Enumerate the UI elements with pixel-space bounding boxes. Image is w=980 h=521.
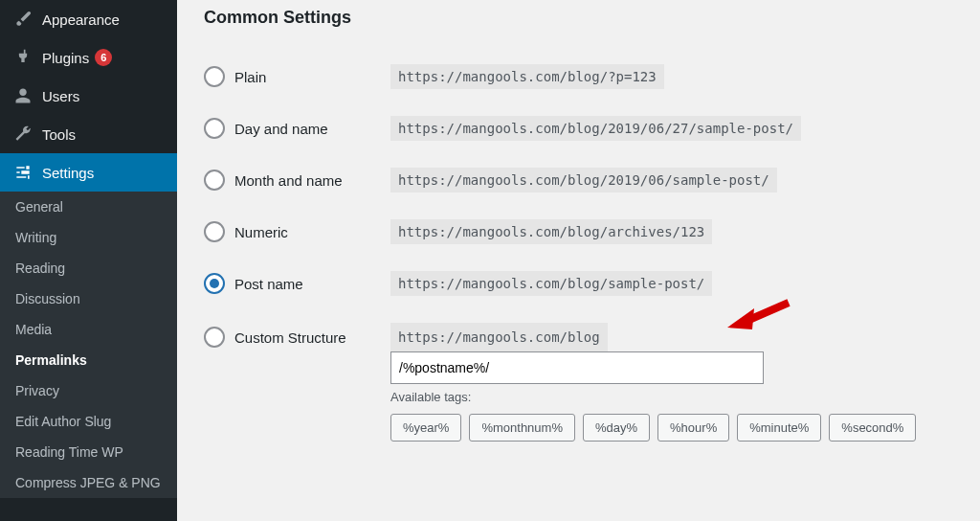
menu-label: Settings: [42, 165, 94, 181]
menu-label: Users: [42, 88, 79, 104]
user-icon: [13, 86, 33, 105]
radio-month-name[interactable]: [204, 170, 225, 191]
radio-label: Day and name: [234, 121, 328, 137]
available-tags-row: %year%%monthnum%%day%%hour%%minute%%seco…: [390, 414, 953, 442]
menu-item-users[interactable]: Users: [0, 77, 177, 115]
permalink-options-table: Plainhttps://mangools.com/blog/?p=123Day…: [204, 51, 953, 455]
permalink-option-month-name[interactable]: Month and name: [204, 170, 390, 191]
annotation-arrow: [727, 297, 791, 329]
tag-button[interactable]: %day%: [583, 414, 650, 442]
submenu-item-privacy[interactable]: Privacy: [0, 375, 177, 406]
radio-custom[interactable]: [204, 327, 225, 348]
brush-icon: [13, 10, 33, 29]
radio-day-name[interactable]: [204, 118, 225, 139]
example-url: https://mangools.com/blog/2019/06/27/sam…: [390, 116, 801, 141]
menu-label: Plugins: [42, 50, 89, 66]
submenu-item-reading[interactable]: Reading: [0, 253, 177, 283]
settings-submenu: GeneralWritingReadingDiscussionMediaPerm…: [0, 192, 177, 498]
wrench-icon: [13, 125, 33, 144]
menu-item-tools[interactable]: Tools: [0, 115, 177, 153]
tag-button[interactable]: %second%: [829, 414, 916, 442]
permalink-option-day-name[interactable]: Day and name: [204, 118, 390, 139]
radio-label: Numeric: [234, 224, 288, 240]
radio-label: Post name: [234, 276, 303, 292]
submenu-item-writing[interactable]: Writing: [0, 222, 177, 253]
menu-item-appearance[interactable]: Appearance: [0, 0, 177, 38]
submenu-item-media[interactable]: Media: [0, 314, 177, 345]
example-url: https://mangools.com/blog/2019/06/sample…: [390, 168, 777, 193]
menu-item-plugins[interactable]: Plugins6: [0, 38, 177, 77]
custom-prefix: https://mangools.com/blog: [390, 323, 608, 351]
example-url: https://mangools.com/blog/?p=123: [390, 64, 664, 89]
update-badge: 6: [95, 49, 112, 66]
submenu-item-edit-author-slug[interactable]: Edit Author Slug: [0, 406, 177, 437]
submenu-item-reading-time-wp[interactable]: Reading Time WP: [0, 437, 177, 467]
permalink-option-post-name[interactable]: Post name: [204, 273, 390, 294]
example-url: https://mangools.com/blog/archives/123: [390, 219, 712, 244]
submenu-item-discussion[interactable]: Discussion: [0, 283, 177, 314]
menu-label: Appearance: [42, 11, 120, 28]
svg-marker-1: [727, 308, 754, 329]
sliders-icon: [13, 163, 33, 182]
available-tags-label: Available tags:: [390, 390, 953, 404]
permalink-option-custom[interactable]: Custom Structure: [204, 327, 390, 348]
admin-sidebar: AppearancePlugins6UsersToolsSettings Gen…: [0, 0, 177, 521]
menu-label: Tools: [42, 126, 76, 143]
radio-numeric[interactable]: [204, 221, 225, 242]
permalink-option-numeric[interactable]: Numeric: [204, 221, 390, 242]
radio-label: Plain: [234, 69, 266, 85]
submenu-item-permalinks[interactable]: Permalinks: [0, 345, 177, 375]
radio-label: Month and name: [234, 172, 343, 189]
plug-icon: [13, 48, 33, 67]
tag-button[interactable]: %year%: [390, 414, 461, 442]
submenu-item-general[interactable]: General: [0, 192, 177, 222]
radio-label: Custom Structure: [234, 329, 346, 346]
tag-button[interactable]: %hour%: [657, 414, 729, 442]
radio-post-name[interactable]: [204, 273, 225, 294]
menu-item-settings[interactable]: Settings: [0, 153, 177, 192]
admin-menu: AppearancePlugins6UsersToolsSettings: [0, 0, 177, 192]
radio-plain[interactable]: [204, 66, 225, 87]
permalink-option-plain[interactable]: Plain: [204, 66, 390, 87]
tag-button[interactable]: %monthnum%: [469, 414, 575, 442]
content-area: Common Settings Plainhttps://mangools.co…: [177, 0, 980, 521]
example-url: https://mangools.com/blog/sample-post/: [390, 271, 712, 296]
tag-button[interactable]: %minute%: [737, 414, 821, 442]
section-heading: Common Settings: [204, 8, 953, 28]
submenu-item-compress-jpeg-png[interactable]: Compress JPEG & PNG: [0, 467, 177, 498]
custom-structure-input[interactable]: [390, 351, 764, 384]
